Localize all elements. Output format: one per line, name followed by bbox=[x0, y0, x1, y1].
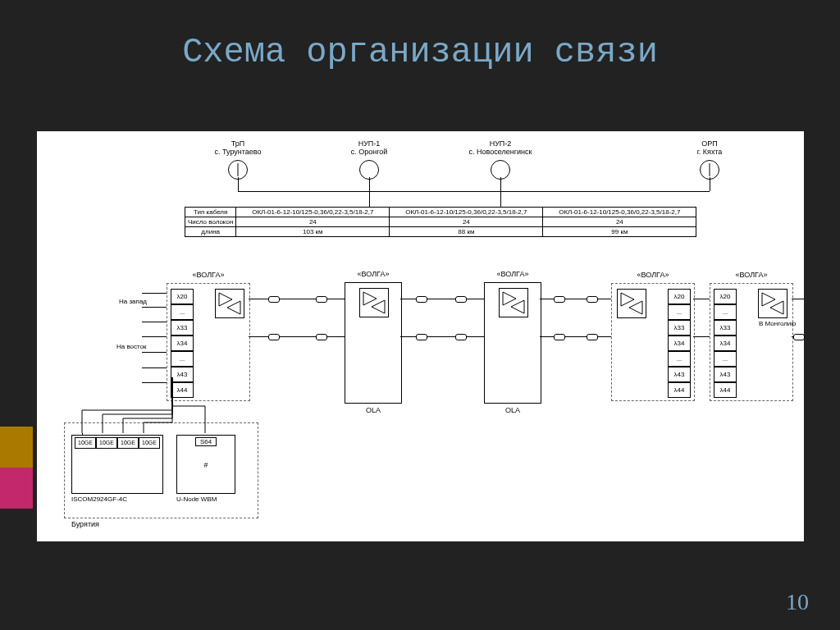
svg-marker-4 bbox=[363, 292, 377, 305]
dir-mongolia: В Монголию bbox=[759, 320, 804, 327]
volga-right-1: «ВОЛГА» λ20... λ33λ34 ...λ43 λ44 bbox=[611, 283, 695, 401]
svg-marker-6 bbox=[503, 292, 516, 305]
svg-marker-3 bbox=[227, 301, 240, 314]
svg-marker-11 bbox=[770, 301, 783, 314]
svg-marker-10 bbox=[762, 293, 775, 306]
ola-1: «ВОЛГА» OLA bbox=[345, 282, 402, 404]
slide-title: Схема организации связи bbox=[0, 0, 840, 80]
ola-2: «ВОЛГА» OLA bbox=[484, 282, 541, 404]
diagram-canvas: ТрПс. Турунтаево НУП-1с. Оронгой НУП-2с.… bbox=[37, 131, 804, 541]
svg-marker-8 bbox=[621, 293, 634, 306]
dir-west: На запад bbox=[119, 298, 147, 305]
svg-marker-7 bbox=[511, 300, 524, 313]
node-orp: ОРПг. Кяхта bbox=[673, 139, 746, 180]
amp-icon bbox=[215, 289, 244, 318]
node-nup2: НУП-2с. Новоселенгинск bbox=[463, 139, 537, 180]
region-label: Бурятия bbox=[71, 520, 99, 528]
page-number: 10 bbox=[786, 589, 809, 615]
svg-marker-2 bbox=[219, 293, 232, 306]
svg-marker-9 bbox=[629, 301, 642, 314]
node-trp: ТрПс. Турунтаево bbox=[201, 139, 275, 180]
node-nup1: НУП-1с. Оронгой bbox=[332, 139, 406, 180]
dir-east: На восток bbox=[116, 343, 147, 350]
volga-right-2: «ВОЛГА» λ20... λ33λ34 ...λ43 λ44 bbox=[710, 283, 793, 401]
deco-stripe bbox=[0, 427, 33, 509]
equip-unode: S64 # bbox=[176, 435, 235, 494]
cable-table: Тип кабеляОКЛ-01-6-12-10/125-0,36/0,22-3… bbox=[185, 207, 696, 237]
equip-iscom: 10GE10GE10GE10GE bbox=[71, 435, 163, 494]
svg-marker-5 bbox=[372, 300, 385, 313]
